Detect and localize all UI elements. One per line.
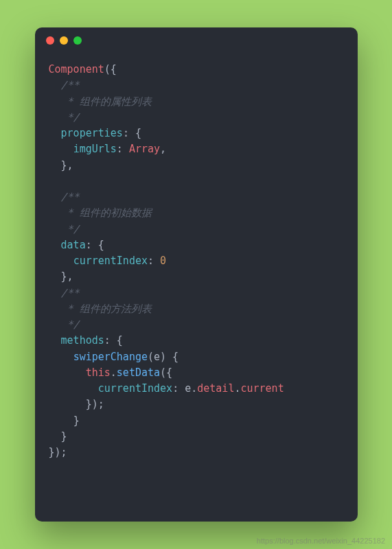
comment: /** — [61, 287, 80, 299]
property-key: properties — [61, 127, 123, 139]
comment: */ — [61, 111, 80, 124]
property-access: detail — [197, 382, 234, 395]
comment: /** — [61, 191, 80, 203]
comment: * 组件的初始数据 — [61, 207, 152, 219]
method-name: swiperChange — [73, 351, 148, 363]
parameter: e — [154, 351, 160, 363]
code-content: Component({ /** * 组件的属性列表 */ properties:… — [35, 54, 358, 469]
this-keyword: this — [86, 366, 111, 379]
comment: /** — [61, 79, 80, 91]
comment: */ — [61, 223, 80, 235]
comment: * 组件的方法列表 — [61, 303, 152, 315]
minimize-icon[interactable] — [60, 36, 68, 45]
property-key: currentIndex — [73, 255, 148, 267]
comment: * 组件的属性列表 — [61, 95, 152, 108]
type-name: Array — [129, 143, 160, 155]
watermark-text: https://blog.csdn.net/weixin_44225182 — [257, 537, 385, 545]
code-editor-window: Component({ /** * 组件的属性列表 */ properties:… — [35, 27, 358, 522]
close-icon[interactable] — [46, 36, 54, 45]
comment: */ — [61, 318, 80, 331]
property-access: current — [240, 382, 284, 395]
property-key: currentIndex — [98, 382, 172, 395]
maximize-icon[interactable] — [73, 36, 82, 45]
number-literal: 0 — [160, 255, 166, 267]
property-key: data — [61, 239, 86, 251]
property-key: methods — [61, 334, 104, 347]
function-name: Component — [49, 63, 104, 75]
title-bar — [35, 27, 358, 54]
property-key: imgUrls — [73, 143, 117, 155]
method-name: setData — [117, 366, 160, 379]
